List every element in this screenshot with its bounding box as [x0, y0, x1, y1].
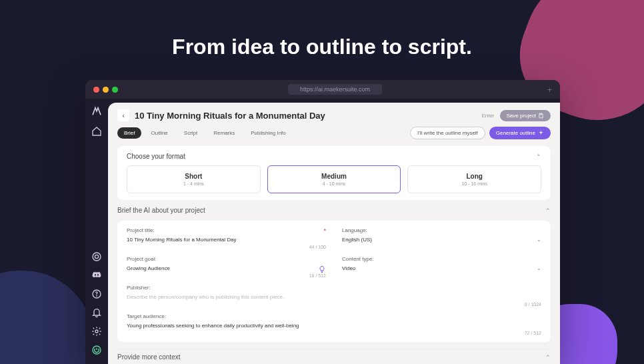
format-name: Short: [134, 173, 253, 180]
field-label: Language:: [342, 227, 541, 233]
tab-publishing-info[interactable]: Publishing Info: [244, 127, 292, 139]
field-label: Project title:: [127, 227, 155, 233]
svg-point-4: [95, 330, 98, 333]
format-duration: 4 - 10 mins: [275, 181, 394, 186]
format-option-short[interactable]: Short 1 - 4 mins: [127, 165, 261, 193]
browser-window: https://ai.maekersuite.com +: [85, 80, 560, 364]
char-count: 16 / 512: [127, 273, 326, 278]
traffic-lights: [93, 87, 118, 93]
target-icon[interactable]: [91, 251, 103, 263]
chevron-up-icon[interactable]: ⌃: [545, 207, 551, 214]
more-context-title: Provide more context: [117, 353, 181, 361]
svg-point-3: [97, 295, 97, 296]
field-label: Project goal:: [127, 256, 326, 262]
tab-outline[interactable]: Outline: [144, 127, 174, 139]
field-label: Publisher:: [127, 285, 541, 291]
browser-titlebar: https://ai.maekersuite.com +: [85, 80, 560, 99]
lightbulb-icon[interactable]: [318, 265, 326, 273]
svg-point-0: [93, 253, 101, 261]
publisher-field[interactable]: Publisher: Describe the person/company w…: [127, 285, 541, 307]
gear-icon[interactable]: [91, 325, 103, 337]
content-type-field[interactable]: Content type: Video ⌄: [342, 256, 541, 278]
logo-icon[interactable]: [91, 105, 103, 117]
brief-section-title: Brief the AI about your project: [117, 207, 205, 214]
publisher-input[interactable]: Describe the person/company who is publi…: [127, 293, 541, 301]
more-context-header[interactable]: Provide more context ⌃: [117, 353, 551, 361]
format-name: Long: [415, 173, 534, 180]
sparkle-icon: [538, 130, 544, 136]
format-card: Choose your format ⌃ Short 1 - 4 mins Me…: [117, 146, 551, 200]
close-icon[interactable]: [93, 87, 99, 93]
bell-icon[interactable]: [91, 307, 103, 319]
chevron-down-icon[interactable]: ⌄: [537, 265, 541, 271]
format-duration: 1 - 4 mins: [134, 181, 253, 186]
brief-section-header: Brief the AI about your project ⌃: [117, 207, 551, 214]
language-field[interactable]: Language: English (US) ⌄: [342, 227, 541, 249]
svg-point-1: [95, 255, 98, 258]
format-option-medium[interactable]: Medium 4 - 10 mins: [267, 165, 401, 193]
char-count: 72 / 512: [127, 331, 541, 335]
home-icon[interactable]: [91, 125, 103, 137]
chevron-up-icon[interactable]: ⌃: [536, 153, 541, 160]
project-goal-field[interactable]: Project goal: Growing Audience 16 / 512: [127, 256, 326, 278]
audience-input[interactable]: Young professionals seeking to enhance d…: [127, 321, 541, 330]
tabs-bar: Brief Outline Script Remarks Publishing …: [117, 127, 551, 139]
divider: [117, 349, 551, 349]
field-label: Content type:: [342, 256, 541, 262]
enter-hint: Enter: [481, 113, 494, 119]
project-title-input[interactable]: 10 Tiny Morning Rituals for a Monumental…: [127, 235, 326, 244]
minimize-icon[interactable]: [103, 87, 109, 93]
maximize-icon[interactable]: [112, 87, 118, 93]
brief-card: Project title: * 10 Tiny Morning Rituals…: [117, 221, 551, 342]
format-name: Medium: [275, 173, 394, 180]
project-title[interactable]: 10 Tiny Morning Rituals for a Monumental…: [135, 111, 476, 121]
help-icon[interactable]: [91, 288, 103, 300]
chevron-up-icon[interactable]: ⌃: [545, 354, 551, 361]
discord-icon[interactable]: [91, 269, 103, 281]
format-title: Choose your format: [127, 153, 185, 160]
char-count: 0 / 1024: [127, 302, 541, 307]
project-goal-input[interactable]: Growing Audience: [127, 264, 326, 273]
tab-brief[interactable]: Brief: [117, 127, 141, 139]
save-project-button[interactable]: Save project: [500, 110, 551, 121]
format-option-long[interactable]: Long 10 - 16 mins: [407, 165, 541, 193]
back-button[interactable]: ‹: [117, 109, 129, 121]
char-count: 44 / 100: [127, 245, 326, 249]
target-audience-field[interactable]: Target audience: Young professionals see…: [127, 313, 541, 335]
language-select[interactable]: English (US): [342, 237, 372, 243]
field-label: Target audience:: [127, 313, 541, 319]
main-content: ‹ 10 Tiny Morning Rituals for a Monument…: [108, 103, 560, 364]
save-icon: [538, 113, 544, 119]
project-title-field[interactable]: Project title: * 10 Tiny Morning Rituals…: [127, 227, 326, 249]
new-tab-button[interactable]: +: [547, 85, 552, 95]
app-sidebar: [85, 99, 108, 364]
generate-label: Generate outline: [496, 130, 535, 136]
tab-script[interactable]: Script: [177, 127, 204, 139]
generate-outline-button[interactable]: Generate outline: [489, 127, 551, 139]
url-bar[interactable]: https://ai.maekersuite.com: [288, 84, 382, 95]
page-heading: From idea to outline to script.: [0, 35, 644, 59]
content-type-select[interactable]: Video: [342, 265, 355, 271]
chevron-down-icon[interactable]: ⌄: [537, 237, 541, 243]
save-label: Save project: [507, 113, 536, 119]
write-outline-myself-button[interactable]: I'll write the outline myself: [410, 127, 485, 139]
power-icon[interactable]: [91, 344, 103, 356]
format-duration: 10 - 16 mins: [415, 181, 534, 186]
tab-remarks[interactable]: Remarks: [207, 127, 241, 139]
